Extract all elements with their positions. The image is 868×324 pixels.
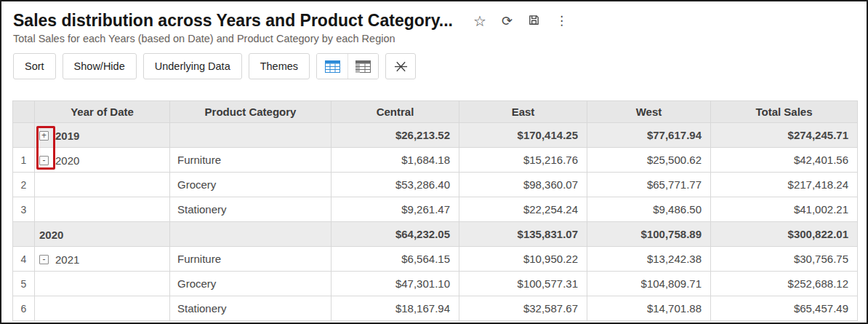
east-value-cell[interactable]: $100,577.31 (459, 272, 587, 296)
collapse-toggle-icon[interactable]: - (39, 255, 49, 264)
more-options-icon[interactable]: ⋮ (555, 14, 568, 28)
collapse-all-icon[interactable] (385, 53, 416, 79)
themes-button[interactable]: Themes (249, 53, 310, 79)
col-header-west[interactable]: West (587, 101, 711, 123)
summary-row: +2019$26,213.52$170,414.25$77,617.94$274… (13, 123, 858, 148)
header-action-icons: ☆ ⟳ ⋮ (473, 11, 568, 28)
year-cell[interactable]: 2020 (35, 222, 170, 247)
east-value-cell[interactable]: $32,587.67 (459, 296, 587, 321)
report-subtitle: Total Sales for each Years (based on Dat… (13, 33, 855, 44)
central-value-cell[interactable]: $9,261.47 (331, 197, 459, 222)
west-value-cell[interactable]: $77,617.94 (587, 123, 711, 148)
row-number-cell: 1 (13, 148, 35, 173)
refresh-icon[interactable]: ⟳ (502, 14, 513, 28)
year-cell[interactable] (35, 272, 170, 296)
year-cell[interactable]: +2019 (35, 123, 170, 148)
col-header-total-sales[interactable]: Total Sales (711, 101, 858, 123)
total-sales-value-cell[interactable]: $217,418.24 (711, 173, 858, 197)
table-row: 4-2021Furniture$6,564.15$10,950.22$13,24… (13, 247, 858, 272)
table-body: +2019$26,213.52$170,414.25$77,617.94$274… (13, 123, 858, 321)
year-label: 2020 (39, 229, 63, 241)
east-value-cell[interactable]: $10,950.22 (459, 247, 587, 272)
view-toggle-group (316, 53, 379, 79)
collapse-toggle-icon[interactable]: - (39, 156, 49, 165)
total-sales-value-cell[interactable]: $30,756.75 (711, 247, 858, 272)
total-sales-value-cell[interactable]: $274,245.71 (711, 123, 858, 148)
east-value-cell[interactable]: $15,216.76 (459, 148, 587, 173)
row-number-cell: 6 (13, 296, 35, 321)
central-value-cell[interactable]: $1,684.18 (331, 148, 459, 173)
west-value-cell[interactable]: $13,242.38 (587, 247, 711, 272)
col-header-central[interactable]: Central (331, 101, 459, 123)
east-value-cell[interactable]: $98,360.07 (459, 173, 587, 197)
category-cell[interactable]: Stationery (170, 296, 331, 321)
west-value-cell[interactable]: $100,758.89 (587, 222, 711, 247)
row-number-cell (13, 222, 35, 247)
row-number-cell: 4 (13, 247, 35, 272)
east-value-cell[interactable]: $135,831.07 (459, 222, 587, 247)
total-sales-value-cell[interactable]: $65,457.49 (711, 296, 858, 321)
category-cell[interactable] (170, 123, 331, 148)
underlying-data-button[interactable]: Underlying Data (143, 53, 242, 79)
central-value-cell[interactable]: $53,286.40 (331, 173, 459, 197)
show-hide-button[interactable]: Show/Hide (63, 53, 137, 79)
central-value-cell[interactable]: $6,564.15 (331, 247, 459, 272)
favorite-star-icon[interactable]: ☆ (473, 14, 486, 28)
col-header-year[interactable]: Year of Date (35, 101, 170, 123)
west-value-cell[interactable]: $104,809.71 (587, 272, 711, 296)
col-header-east[interactable]: East (459, 101, 587, 123)
year-cell[interactable]: -2020 (35, 148, 170, 173)
year-cell[interactable]: -2021 (35, 247, 170, 272)
table-view-icon[interactable] (317, 54, 347, 79)
category-cell[interactable] (170, 222, 331, 247)
pivot-table: Year of Date Product Category Central Ea… (12, 100, 858, 323)
table-row: 3Stationery$9,261.47$22,254.24$9,486.50$… (13, 197, 858, 222)
west-value-cell[interactable]: $14,701.88 (587, 296, 711, 321)
year-label: 2021 (55, 253, 79, 266)
header-row: Year of Date Product Category Central Ea… (13, 101, 858, 123)
table-row: 2Grocery$53,286.40$98,360.07$65,771.77$2… (13, 173, 858, 197)
col-header-product-category[interactable]: Product Category (170, 101, 331, 123)
category-cell[interactable]: Stationery (170, 197, 331, 222)
total-sales-value-cell[interactable]: $41,002.21 (711, 197, 858, 222)
page-title: Sales distribution across Years and Prod… (13, 11, 453, 31)
west-value-cell[interactable]: $9,486.50 (587, 197, 711, 222)
east-value-cell[interactable]: $22,254.24 (459, 197, 587, 222)
category-cell[interactable]: Furniture (170, 148, 331, 173)
save-icon[interactable] (528, 14, 540, 28)
year-cell[interactable] (35, 296, 170, 321)
summary-row: 2020$64,232.05$135,831.07$100,758.89$300… (13, 222, 858, 247)
analytics-pivot-report-window: Sales distribution across Years and Prod… (0, 0, 868, 324)
year-label: 2020 (55, 154, 79, 167)
total-sales-value-cell[interactable]: $252,688.12 (711, 272, 858, 296)
row-number-cell: 3 (13, 197, 35, 222)
table-row: 1-2020Furniture$1,684.18$15,216.76$25,50… (13, 148, 858, 173)
total-sales-value-cell[interactable]: $300,822.01 (711, 222, 858, 247)
col-header-rownum (13, 101, 35, 123)
table-row: 5Grocery$47,301.10$100,577.31$104,809.71… (13, 272, 858, 296)
central-value-cell[interactable]: $47,301.10 (331, 272, 459, 296)
total-sales-value-cell[interactable]: $42,401.56 (711, 148, 858, 173)
year-label: 2019 (55, 130, 79, 142)
pivot-view-icon[interactable] (347, 54, 378, 79)
east-value-cell[interactable]: $170,414.25 (459, 123, 587, 148)
central-value-cell[interactable]: $18,167.94 (331, 296, 459, 321)
row-number-cell: 5 (13, 272, 35, 296)
expand-toggle-icon[interactable]: + (39, 131, 49, 141)
category-cell[interactable]: Grocery (170, 272, 331, 296)
row-number-cell (13, 123, 35, 148)
central-value-cell[interactable]: $64,232.05 (331, 222, 459, 247)
toolbar: Sort Show/Hide Underlying Data Themes (13, 53, 855, 79)
sort-button[interactable]: Sort (13, 53, 56, 79)
row-number-cell: 2 (13, 173, 35, 197)
table-row: 6Stationery$18,167.94$32,587.67$14,701.8… (13, 296, 858, 321)
category-cell[interactable]: Furniture (170, 247, 331, 272)
report-header: Sales distribution across Years and Prod… (1, 1, 867, 31)
west-value-cell[interactable]: $25,500.62 (587, 148, 711, 173)
year-cell[interactable] (35, 173, 170, 197)
central-value-cell[interactable]: $26,213.52 (331, 123, 459, 148)
category-cell[interactable]: Grocery (170, 173, 331, 197)
year-cell[interactable] (35, 197, 170, 222)
west-value-cell[interactable]: $65,771.77 (587, 173, 711, 197)
